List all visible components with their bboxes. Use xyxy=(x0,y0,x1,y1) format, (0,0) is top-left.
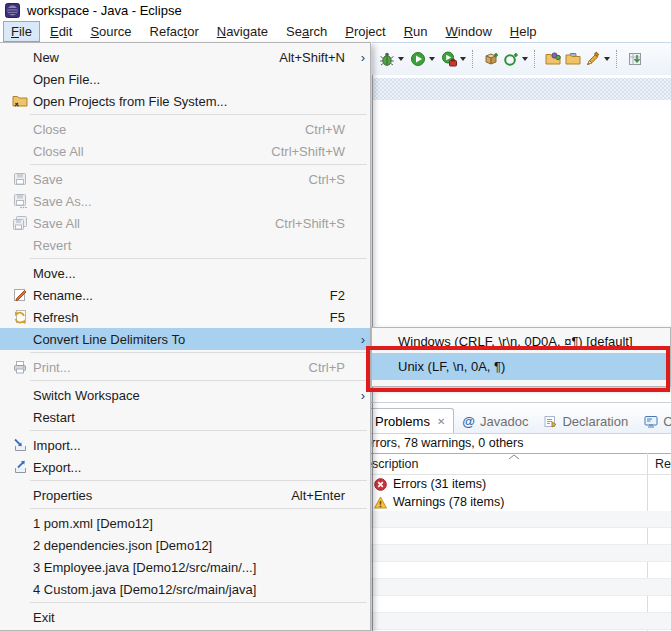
task-marker-button[interactable] xyxy=(583,47,603,71)
run-button[interactable] xyxy=(408,47,428,71)
menu-item-convert-line-delimiters[interactable]: Convert Line Delimiters To› xyxy=(0,328,370,350)
menubar-run[interactable]: Run xyxy=(396,21,436,42)
editor-tab-strip xyxy=(373,78,671,100)
new-java-package-button[interactable] xyxy=(481,47,501,71)
print-icon xyxy=(7,359,33,375)
run-play-icon xyxy=(410,51,426,67)
empty-table-row xyxy=(330,562,671,579)
package-icon xyxy=(483,51,499,67)
menu-item-open-projects[interactable]: Open Projects from File System... xyxy=(0,90,370,112)
external-tools-button[interactable] xyxy=(439,47,459,71)
rename-icon xyxy=(7,287,33,303)
eclipse-window: workspace - Java - Eclipse File Edit Sou… xyxy=(0,0,671,631)
menubar-refactor[interactable]: Refactor xyxy=(142,21,207,42)
title-bar: workspace - Java - Eclipse xyxy=(0,0,671,21)
new-class-icon xyxy=(503,51,519,67)
menu-item-recent-4[interactable]: 4 Custom.java [Demo12/src/main/java] xyxy=(0,578,370,600)
file-menu-dropdown: NewAlt+Shift+N› Open File... Open Projec… xyxy=(0,42,371,631)
menubar-source[interactable]: Source xyxy=(82,21,139,42)
menu-item-export[interactable]: Export... xyxy=(0,456,370,478)
new-class-dropdown-caret[interactable] xyxy=(522,57,528,61)
tab-console-label: Console xyxy=(663,414,671,429)
tab-problems[interactable]: Problems ✕ xyxy=(366,408,454,433)
table-row-warnings[interactable]: Warnings (78 items) xyxy=(330,493,671,511)
menubar-edit[interactable]: Edit xyxy=(42,21,80,42)
menubar-project[interactable]: Project xyxy=(337,21,393,42)
menu-item-move[interactable]: Move... xyxy=(0,262,370,284)
menu-item-recent-1[interactable]: 1 pom.xml [Demo12] xyxy=(0,512,370,534)
line-delimiters-submenu: Windows (CRLF, \r\n, 0D0A, ¤¶) [default]… xyxy=(371,327,671,387)
menu-item-switch-workspace[interactable]: Switch Workspace› xyxy=(0,384,370,406)
folder-clip-icon xyxy=(565,51,581,67)
refresh-icon xyxy=(7,309,33,325)
menubar-window[interactable]: Window xyxy=(438,21,500,42)
external-tools-dropdown-caret[interactable] xyxy=(460,57,466,61)
menu-item-recent-3[interactable]: 3 Employee.java [Demo12/src/main/...] xyxy=(0,556,370,578)
menu-item-open-file[interactable]: Open File... xyxy=(0,68,370,90)
declaration-icon xyxy=(544,415,557,428)
empty-table-row xyxy=(330,579,671,596)
tab-javadoc[interactable]: @ Javadoc xyxy=(454,409,536,433)
menubar-navigate[interactable]: Navigate xyxy=(209,21,276,42)
submenu-item-unix[interactable]: Unix (LF, \n, 0A, ¶) xyxy=(372,353,670,380)
view-tab-bar: Problems ✕ @ Javadoc Declaration Console xyxy=(330,403,671,434)
debug-bug-icon xyxy=(379,51,395,67)
menu-separator xyxy=(30,602,367,603)
menu-item-properties[interactable]: PropertiesAlt+Enter xyxy=(0,484,370,506)
submenu-arrow-icon: › xyxy=(351,50,365,65)
tab-declaration-label: Declaration xyxy=(562,414,628,429)
menubar-help[interactable]: Help xyxy=(502,21,545,42)
panel-left-border xyxy=(372,403,373,631)
menu-item-new[interactable]: NewAlt+Shift+N› xyxy=(0,46,370,68)
submenu-arrow-icon: › xyxy=(351,332,365,347)
menu-item-refresh[interactable]: RefreshF5 xyxy=(0,306,370,328)
empty-table-row xyxy=(330,511,671,528)
task-marker-dropdown-caret[interactable] xyxy=(604,57,610,61)
menu-separator xyxy=(30,352,367,353)
main-toolbar xyxy=(372,42,671,75)
run-dropdown-caret[interactable] xyxy=(429,57,435,61)
menu-separator xyxy=(30,380,367,381)
debug-dropdown-caret[interactable] xyxy=(398,57,404,61)
tab-declaration[interactable]: Declaration xyxy=(536,409,636,433)
save-as-icon xyxy=(7,193,33,209)
menu-item-recent-2[interactable]: 2 dependencies.json [Demo12] xyxy=(0,534,370,556)
toolbar-separator xyxy=(616,50,621,68)
menu-separator xyxy=(30,508,367,509)
submenu-item-windows[interactable]: Windows (CRLF, \r\n, 0D0A, ¤¶) [default] xyxy=(372,330,670,353)
import-table-button[interactable] xyxy=(625,47,645,71)
menubar-file[interactable]: File xyxy=(3,21,40,42)
eclipse-logo-icon xyxy=(5,3,20,18)
menu-separator xyxy=(30,430,367,431)
tab-console[interactable]: Console xyxy=(636,409,671,433)
empty-table-row xyxy=(330,613,671,630)
menu-separator xyxy=(30,258,367,259)
debug-button[interactable] xyxy=(377,47,397,71)
menu-item-save-all: Save AllCtrl+Shift+S xyxy=(0,212,370,234)
menubar-search[interactable]: Search xyxy=(278,21,335,42)
menu-item-close: CloseCtrl+W xyxy=(0,118,370,140)
problems-view: Problems ✕ @ Javadoc Declaration Console… xyxy=(330,402,671,631)
row-label: Warnings (78 items) xyxy=(393,495,504,509)
menu-separator xyxy=(30,114,367,115)
open-project-button[interactable] xyxy=(543,47,563,71)
export-icon xyxy=(7,459,33,475)
toolbar-separator xyxy=(472,50,477,68)
menu-item-import[interactable]: Import... xyxy=(0,434,370,456)
save-all-icon xyxy=(7,215,33,231)
open-folder-button[interactable] xyxy=(563,47,583,71)
row-label: Errors (31 items) xyxy=(393,477,486,491)
menu-item-restart[interactable]: Restart xyxy=(0,406,370,428)
import-icon xyxy=(7,437,33,453)
menu-item-exit[interactable]: Exit xyxy=(0,606,370,628)
column-resource[interactable]: Resource xyxy=(655,457,671,471)
table-row-errors[interactable]: Errors (31 items) xyxy=(330,475,671,493)
new-java-class-button[interactable] xyxy=(501,47,521,71)
menu-separator xyxy=(30,480,367,481)
menu-separator xyxy=(30,164,367,165)
menu-item-rename[interactable]: Rename...F2 xyxy=(0,284,370,306)
problems-table: Errors (31 items) Warnings (78 items) xyxy=(330,475,671,631)
menu-item-save-as: Save As... xyxy=(0,190,370,212)
close-icon[interactable]: ✕ xyxy=(437,416,445,427)
submenu-arrow-icon: › xyxy=(351,388,365,403)
